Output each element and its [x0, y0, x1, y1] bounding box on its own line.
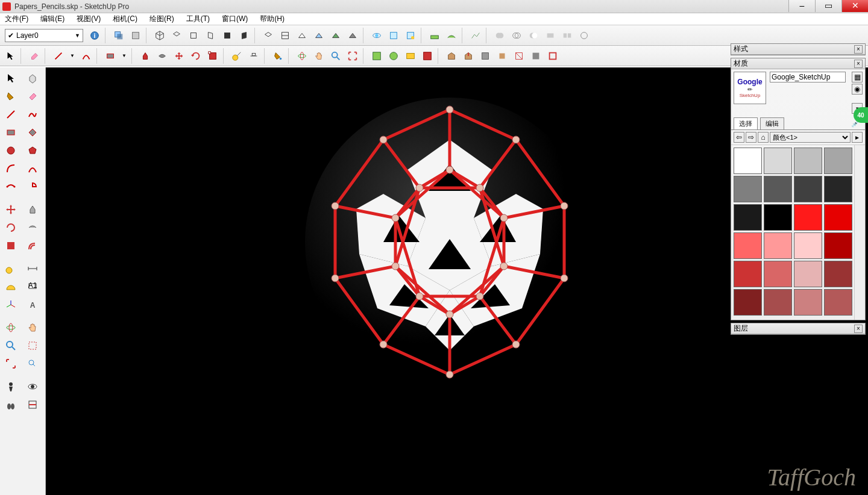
- zoom-extents-button[interactable]: [1, 355, 20, 372]
- section-plane-button[interactable]: [511, 48, 527, 64]
- layer-selector[interactable]: ✔ Layer0 ▼: [5, 29, 83, 42]
- dimension-button[interactable]: [246, 48, 262, 64]
- menu-help[interactable]: 帮助(H): [257, 13, 287, 25]
- color-swatch[interactable]: [734, 232, 762, 259]
- 3d-warehouse-button[interactable]: [444, 48, 459, 64]
- chevron-down-icon[interactable]: ▼: [122, 53, 127, 58]
- home-button[interactable]: ⌂: [758, 132, 769, 143]
- previous-button[interactable]: [23, 355, 42, 372]
- color-swatch[interactable]: [764, 176, 792, 202]
- color-swatch[interactable]: [824, 148, 852, 174]
- offset-button[interactable]: [23, 237, 42, 254]
- eraser-button[interactable]: [27, 48, 42, 64]
- color-swatch[interactable]: [794, 261, 822, 287]
- eraser-button[interactable]: [23, 88, 42, 105]
- default-material-button[interactable]: ◉: [852, 84, 863, 95]
- solid-intersect-button[interactable]: [509, 28, 524, 43]
- make-component-button[interactable]: [23, 70, 42, 87]
- solid-union-button[interactable]: [492, 28, 508, 43]
- xray-button[interactable]: [260, 28, 276, 43]
- color-swatch[interactable]: [794, 204, 822, 231]
- select-button[interactable]: [2, 48, 18, 64]
- text-button[interactable]: A1: [23, 278, 42, 295]
- color-swatch[interactable]: [824, 204, 852, 231]
- 2pt-arc-button[interactable]: [23, 160, 42, 177]
- menu-draw[interactable]: 绘图(R): [147, 13, 177, 25]
- shaded-textures-button[interactable]: [328, 28, 344, 43]
- shadow-settings-button[interactable]: [128, 28, 143, 43]
- close-button[interactable]: ✕: [841, 0, 868, 12]
- chevron-down-icon[interactable]: ▼: [70, 53, 75, 58]
- solid-split-button[interactable]: [559, 28, 575, 43]
- rectangle-tool-button[interactable]: [102, 48, 118, 64]
- back-view-button[interactable]: [219, 28, 235, 43]
- orbit-button[interactable]: [1, 319, 20, 336]
- shaded-button[interactable]: [311, 28, 327, 43]
- menu-view[interactable]: 视图(V): [74, 13, 103, 25]
- rotated-rect-button[interactable]: [23, 124, 42, 141]
- orbit-tool-button[interactable]: [294, 48, 310, 64]
- look-around-button[interactable]: [23, 378, 42, 395]
- photo-textures-button[interactable]: [403, 48, 418, 64]
- component-button[interactable]: [386, 28, 401, 43]
- solid-trim-button[interactable]: [542, 28, 558, 43]
- 3pt-arc-button[interactable]: [1, 178, 20, 195]
- scrollbar[interactable]: [854, 145, 864, 320]
- color-swatch[interactable]: [824, 289, 852, 316]
- sandbox-drape-button[interactable]: [444, 28, 459, 43]
- front-view-button[interactable]: [186, 28, 201, 43]
- color-swatch[interactable]: [794, 232, 822, 259]
- menu-camera[interactable]: 相机(C): [110, 13, 140, 25]
- axes-button[interactable]: [1, 296, 20, 313]
- extension-warehouse-button[interactable]: [477, 48, 493, 64]
- protractor-button[interactable]: [1, 278, 20, 295]
- circle-button[interactable]: [1, 142, 20, 159]
- close-icon[interactable]: ×: [854, 325, 863, 333]
- tab-edit[interactable]: 编辑: [760, 117, 784, 129]
- hidden-line-button[interactable]: [294, 28, 310, 43]
- tape-measure-button[interactable]: [229, 48, 245, 64]
- rectangle-button[interactable]: [1, 124, 20, 141]
- zoom-window-button[interactable]: [23, 337, 42, 354]
- zoom-tool-button[interactable]: [328, 48, 344, 64]
- pan-button[interactable]: [23, 319, 42, 336]
- color-swatch[interactable]: [734, 176, 762, 202]
- color-swatch[interactable]: [764, 232, 792, 259]
- section-display-button[interactable]: [528, 48, 544, 64]
- zoom-extents-button[interactable]: [345, 48, 360, 64]
- pushpull-button[interactable]: [137, 48, 153, 64]
- color-swatch[interactable]: [794, 289, 822, 316]
- component-edit-button[interactable]: [403, 28, 418, 43]
- top-view-button[interactable]: [169, 28, 184, 43]
- orbit-button[interactable]: [369, 28, 385, 43]
- scale-tool-button[interactable]: [205, 48, 221, 64]
- section-plane-button[interactable]: [23, 396, 42, 413]
- rotate-tool-button[interactable]: [188, 48, 204, 64]
- polygon-button[interactable]: [23, 142, 42, 159]
- menu-tools[interactable]: 工具(T): [184, 13, 212, 25]
- notification-badge[interactable]: 40: [854, 107, 868, 123]
- follow-me-button[interactable]: [154, 48, 170, 64]
- sandbox-stamp-button[interactable]: [427, 28, 442, 43]
- line-button[interactable]: [1, 106, 20, 123]
- iso-view-button[interactable]: [152, 28, 168, 43]
- paint-bucket-button[interactable]: [1, 88, 20, 105]
- select-button[interactable]: [1, 70, 20, 87]
- color-swatch[interactable]: [764, 289, 792, 316]
- color-swatch[interactable]: [764, 148, 792, 174]
- wireframe-button[interactable]: [277, 28, 293, 43]
- details-button[interactable]: ▸: [852, 132, 863, 143]
- pan-tool-button[interactable]: [311, 48, 327, 64]
- color-swatch[interactable]: [734, 261, 762, 287]
- back-button[interactable]: ⇦: [734, 132, 744, 143]
- color-swatch[interactable]: [764, 261, 792, 287]
- layer-info-button[interactable]: i: [87, 28, 102, 43]
- right-view-button[interactable]: [203, 28, 218, 43]
- share-model-button[interactable]: [461, 48, 476, 64]
- shadow-toggle-button[interactable]: [111, 28, 127, 43]
- zoom-button[interactable]: [1, 337, 20, 354]
- scale-button[interactable]: [1, 237, 20, 254]
- position-camera-button[interactable]: [1, 378, 20, 395]
- arc-tool-button[interactable]: [78, 48, 94, 64]
- pushpull-button[interactable]: [23, 201, 42, 218]
